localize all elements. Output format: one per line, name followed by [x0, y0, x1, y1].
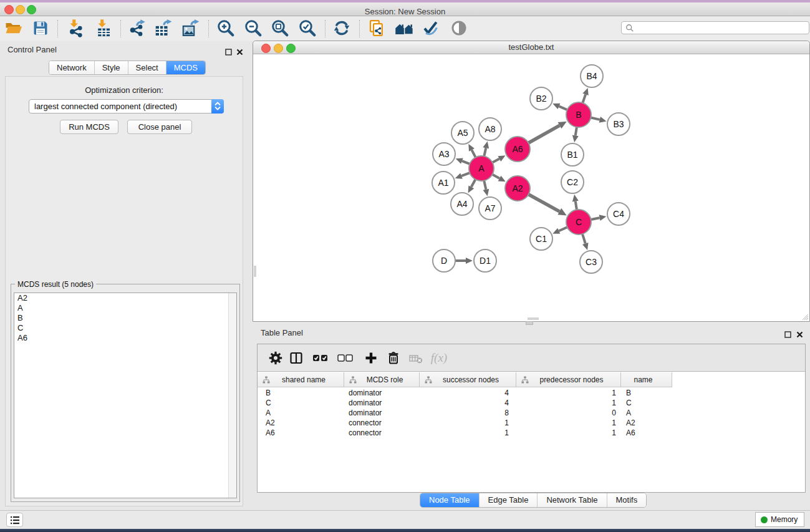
tab-motifs[interactable]: Motifs [607, 493, 647, 507]
column-header-successor-nodes[interactable]: successor nodes [420, 372, 516, 387]
tab-network[interactable]: Network [49, 61, 95, 74]
table-settings-button[interactable] [266, 349, 285, 367]
cell-shared-name: B [258, 388, 344, 398]
search-icon [625, 24, 634, 32]
resize-grip-icon[interactable] [801, 313, 809, 321]
eye-icon [450, 19, 468, 37]
cell-name: A6 [621, 428, 672, 438]
tab-mcds[interactable]: MCDS [166, 61, 205, 74]
graph-node-label: B4 [586, 71, 597, 81]
zoom-fit-button[interactable] [269, 17, 291, 39]
search-input[interactable] [634, 22, 809, 34]
export-network-button[interactable] [126, 17, 147, 39]
graph-node-label: A [478, 163, 485, 173]
save-session-button[interactable] [30, 17, 51, 39]
close-panel-icon[interactable] [796, 329, 803, 341]
table-row[interactable]: A2 connector 1 1 A2 [258, 418, 672, 428]
graph-node-label: A7 [485, 203, 495, 213]
import-table-button[interactable] [93, 17, 114, 39]
attribute-icon [349, 376, 357, 384]
mcds-result-list[interactable]: A2 A B C A6 [14, 293, 237, 498]
criterion-value: largest connected component (directed) [29, 102, 211, 111]
graph-node-label: C3 [586, 257, 597, 267]
close-panel-icon[interactable] [236, 47, 243, 58]
apply-style-button[interactable] [420, 17, 441, 39]
graph-arrowhead [582, 88, 588, 95]
refresh-button[interactable] [331, 17, 352, 39]
table-row[interactable]: A6 connector 1 1 A6 [258, 428, 672, 438]
zoom-out-button[interactable] [243, 17, 264, 39]
tab-node-table[interactable]: Node Table [420, 493, 480, 507]
table-row[interactable]: A dominator 8 0 A [258, 408, 672, 418]
canvas-hscroll-thumb[interactable] [528, 317, 539, 320]
float-panel-icon[interactable] [784, 329, 791, 341]
graph-arrowhead [466, 258, 473, 264]
export-table-button[interactable] [152, 17, 173, 39]
graph-node-label: D1 [480, 256, 491, 266]
show-all-networks-button[interactable] [393, 17, 415, 39]
hide-panel-button[interactable] [448, 17, 470, 39]
add-column-button[interactable] [362, 349, 380, 367]
unchecked-boxes-icon [337, 351, 357, 365]
network-window-titlebar[interactable]: testGlobe.txt [253, 41, 809, 54]
zoom-in-button[interactable] [215, 17, 236, 39]
graph-node-label: A3 [438, 149, 449, 159]
table-row[interactable]: B dominator 4 1 B [258, 388, 672, 398]
cell-successor: 1 [420, 428, 516, 438]
open-file-button[interactable] [3, 17, 24, 39]
table-row[interactable]: C dominator 4 1 C [258, 398, 672, 408]
show-columns-button[interactable] [287, 349, 306, 367]
table-tabs: Node Table Edge Table Network Table Moti… [420, 493, 647, 508]
export-table-icon [153, 19, 172, 37]
select-all-button[interactable] [310, 349, 334, 367]
save-icon [32, 19, 49, 37]
column-header-shared-name[interactable]: shared name [258, 372, 344, 387]
network-graph: B4B2BB3A5A8A6A3B1AC2A1A2A4A7C4CC1C3DD1 [253, 54, 809, 321]
mcds-result-title: MCDS result (5 nodes) [15, 280, 96, 289]
function-builder-button[interactable]: f(x) [430, 349, 448, 367]
graph-node-label: B [576, 110, 581, 120]
column-header-mcds-role[interactable]: MCDS role [344, 372, 420, 387]
style-check-icon [422, 19, 440, 37]
network-canvas[interactable]: B4B2BB3A5A8A6A3B1AC2A1A2A4A7C4CC1C3DD1 [253, 54, 809, 321]
graph-node-label: A8 [485, 124, 495, 134]
graph-node-label: A5 [457, 128, 468, 138]
criterion-dropdown[interactable]: largest connected component (directed) [29, 99, 224, 114]
close-panel-button[interactable]: Close panel [127, 120, 192, 134]
copy-network-icon [367, 19, 386, 37]
tab-style[interactable]: Style [95, 61, 128, 74]
export-image-icon [181, 19, 200, 37]
column-header-predecessor-nodes[interactable]: predecessor nodes [516, 372, 621, 387]
memory-button[interactable]: Memory [755, 512, 804, 527]
graph-arrowhead [599, 117, 607, 123]
column-header-name[interactable]: name [621, 372, 672, 387]
result-item: B [14, 313, 236, 323]
canvas-vscroll-thumb[interactable] [254, 266, 256, 277]
result-item: A6 [14, 333, 236, 343]
app-titlebar[interactable]: Session: New Session [0, 2, 810, 16]
run-mcds-button[interactable]: Run MCDS [60, 120, 118, 134]
tab-network-table[interactable]: Network Table [538, 493, 607, 507]
export-image-button[interactable] [180, 17, 201, 39]
result-scrollbar[interactable] [228, 293, 236, 498]
import-network-button[interactable] [65, 17, 86, 39]
graph-node-label: B3 [613, 119, 624, 129]
tab-select[interactable]: Select [128, 61, 166, 74]
duplicate-network-button[interactable] [366, 17, 387, 39]
zoom-selected-button[interactable] [297, 17, 318, 39]
delete-column-button[interactable] [384, 349, 403, 367]
cell-predecessor: 1 [516, 418, 621, 428]
cell-name: B [621, 388, 672, 398]
cell-mcds-role: connector [344, 428, 420, 438]
workspace: Control Panel Network Style Select MCDS … [0, 41, 810, 510]
deselect-all-button[interactable] [335, 349, 359, 367]
search-field[interactable] [621, 21, 809, 34]
delete-table-button[interactable] [407, 349, 425, 367]
cell-shared-name: A6 [258, 428, 344, 438]
task-history-button[interactable] [6, 513, 23, 527]
attribute-icon [521, 376, 529, 384]
graph-arrowhead [572, 195, 579, 202]
float-panel-icon[interactable] [225, 47, 232, 58]
cell-predecessor: 1 [516, 398, 621, 408]
tab-edge-table[interactable]: Edge Table [480, 493, 538, 507]
